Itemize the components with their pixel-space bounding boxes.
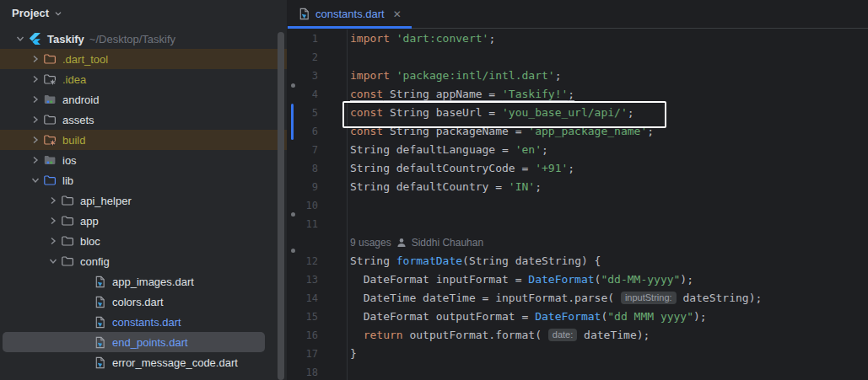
code-text[interactable]: String defaultCountry = 'IN';	[348, 178, 542, 196]
chevron-right-icon[interactable]	[28, 133, 43, 147]
tree-item-taskify[interactable]: Taskify~/Desktop/Taskify	[0, 29, 287, 49]
chevron-spacer	[78, 315, 93, 329]
code-text[interactable]: }	[348, 345, 357, 363]
project-scrollbar[interactable]	[278, 32, 284, 380]
code-text[interactable]: import 'dart:convert';	[348, 29, 495, 48]
line-number[interactable]: 3	[288, 67, 348, 85]
code-text[interactable]: const String appName = 'Taskify!';	[348, 85, 574, 104]
tree-item-api-helper[interactable]: api_helper	[0, 190, 287, 211]
code-vision-text[interactable]: 9 usagesSiddhi Chauhan	[348, 233, 483, 252]
code-text[interactable]: String formatDate(String dateString) {	[348, 252, 601, 270]
chevron-right-icon[interactable]	[46, 234, 61, 248]
tree-item-bloc[interactable]: bloc	[0, 231, 287, 251]
chevron-down-icon[interactable]	[52, 8, 64, 19]
chevron-right-icon[interactable]	[46, 214, 61, 227]
tree-item-app-images-dart[interactable]: app_images.dart	[0, 271, 287, 292]
chevron-right-icon[interactable]	[28, 153, 43, 167]
code-token: (String dateString) {	[462, 254, 601, 267]
code-line-11: 11	[288, 215, 868, 233]
chevron-spacer	[78, 335, 93, 349]
tab-label: constants.dart	[315, 8, 385, 20]
code-line-4: 4const String appName = 'Taskify!';	[288, 85, 868, 104]
chevron-right-icon[interactable]	[28, 113, 43, 126]
line-number[interactable]: 10	[288, 196, 348, 215]
vcs-change-bar[interactable]	[291, 104, 294, 140]
code-text[interactable]	[348, 363, 350, 380]
gutter-dot	[291, 249, 295, 253]
code-vision-row: 9 usagesSiddhi Chauhan	[288, 233, 868, 252]
tree-item-end-points-dart[interactable]: end_points.dart	[3, 332, 265, 352]
tree-item-app[interactable]: app	[0, 211, 287, 231]
tree-item-dart-tool[interactable]: .dart_tool	[0, 49, 287, 69]
line-number[interactable]: 17	[288, 345, 348, 363]
line-number[interactable]: 2	[288, 48, 348, 67]
inlay-hint: date:	[548, 329, 577, 341]
tree-item-label: build	[62, 134, 85, 147]
code-text[interactable]	[348, 196, 350, 215]
code-text[interactable]: return outputFormat.format( date: dateTi…	[348, 326, 650, 345]
code-line-3: 3import 'package:intl/intl.dart';	[288, 67, 868, 85]
tree-item-config[interactable]: config	[0, 251, 287, 271]
chevron-right-icon[interactable]	[28, 93, 43, 106]
code-token: ;	[568, 162, 574, 174]
line-number[interactable]: 18	[288, 363, 348, 380]
dart-file-icon	[93, 335, 106, 349]
line-number[interactable]: 1	[288, 29, 348, 48]
code-text[interactable]: DateFormat inputFormat = DateFormat("dd-…	[348, 270, 693, 289]
code-line-9: 9String defaultCountry = 'IN';	[288, 178, 868, 196]
tree-item-error-message-code-dart[interactable]: error_message_code.dart	[0, 352, 287, 372]
tree-item-label: lib	[62, 174, 73, 187]
chevron-spacer	[78, 356, 93, 369]
code-text[interactable]	[348, 215, 350, 233]
tree-item-android[interactable]: android	[0, 89, 287, 110]
chevron-right-icon[interactable]	[46, 194, 61, 207]
code-text[interactable]: const String packageName = 'app_package_…	[348, 122, 654, 141]
usages-link[interactable]: 9 usages	[350, 233, 391, 252]
line-number[interactable]: 8	[288, 159, 348, 178]
chevron-down-icon[interactable]	[46, 254, 61, 268]
line-number[interactable]: 16	[288, 326, 348, 345]
chevron-down-icon[interactable]	[28, 174, 43, 187]
code-text[interactable]: String defaultLanguage = 'en';	[348, 141, 548, 159]
chevron-spacer	[78, 295, 93, 308]
chevron-right-icon[interactable]	[28, 72, 43, 86]
code-text[interactable]: DateTime dateTime = inputFormat.parse( i…	[348, 289, 762, 308]
close-icon[interactable]: ✕	[393, 8, 402, 20]
code-token: 'package:intl/intl.dart'	[396, 69, 555, 82]
line-number[interactable]	[288, 233, 348, 252]
line-number[interactable]: 12	[288, 252, 348, 270]
folder-icon	[61, 234, 74, 248]
code-text[interactable]: String defaultCountryCode = '+91';	[348, 159, 574, 178]
tree-item-idea[interactable]: .idea	[0, 69, 287, 89]
tree-item-colors-dart[interactable]: colors.dart	[0, 292, 287, 312]
code-text[interactable]: DateFormat outputFormat = DateFormat("dd…	[348, 308, 707, 326]
chevron-right-icon[interactable]	[28, 52, 43, 66]
code-text[interactable]: import 'package:intl/intl.dart';	[348, 67, 561, 85]
code-text[interactable]	[348, 48, 350, 67]
code-token: 'dart:convert'	[396, 32, 489, 45]
line-number[interactable]: 13	[288, 270, 348, 289]
tab-constants-dart[interactable]: constants.dart ✕	[288, 0, 412, 28]
code-token: 'you_base_url/api/'	[502, 106, 628, 119]
line-number[interactable]: 5	[288, 104, 348, 122]
author-link[interactable]: Siddhi Chauhan	[412, 233, 483, 252]
code-line-13: 13 DateFormat inputFormat = DateFormat("…	[288, 270, 868, 289]
chevron-down-icon[interactable]	[13, 32, 28, 45]
line-number[interactable]: 4	[288, 85, 348, 104]
line-number[interactable]: 9	[288, 178, 348, 196]
line-number[interactable]: 6	[288, 122, 348, 141]
code-text[interactable]: const String baseUrl = 'you_base_url/api…	[348, 104, 634, 122]
line-number[interactable]: 14	[288, 289, 348, 308]
line-number[interactable]: 7	[288, 141, 348, 159]
tree-item-assets[interactable]: assets	[0, 110, 287, 130]
code-token: "dd-MM-yyyy"	[601, 273, 680, 286]
tree-item-build[interactable]: build	[0, 130, 287, 150]
tree-item-constants-dart[interactable]: constants.dart	[0, 312, 287, 332]
tree-item-ios[interactable]: ios	[0, 150, 287, 170]
line-number[interactable]: 11	[288, 215, 348, 233]
tree-item-label: api_helper	[80, 195, 132, 207]
line-number[interactable]: 15	[288, 308, 348, 326]
tree-item-lib[interactable]: lib	[0, 170, 287, 190]
code-token: String packageName =	[383, 125, 528, 137]
code-line-15: 15 DateFormat outputFormat = DateFormat(…	[288, 308, 868, 326]
